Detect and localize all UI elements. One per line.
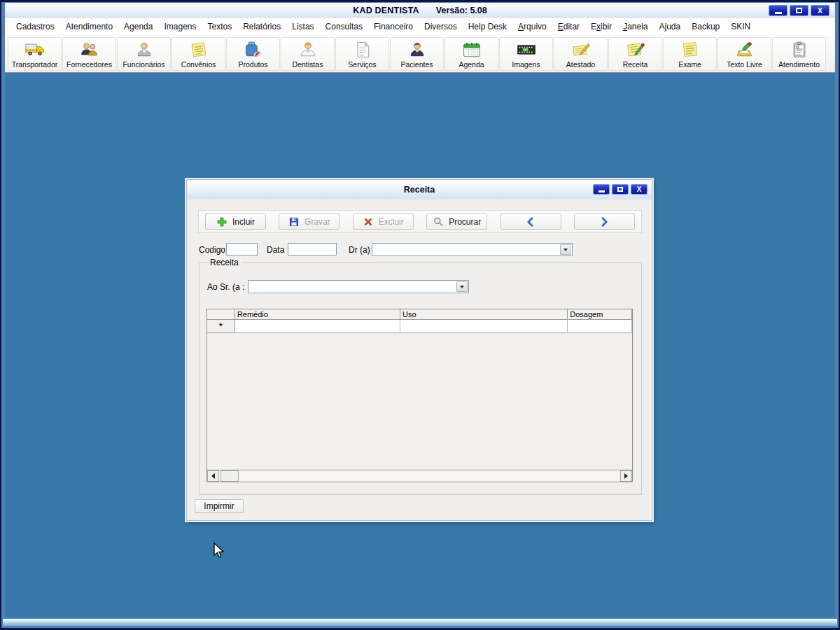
toolbar-button-produtos[interactable]: Produtos [226, 37, 280, 71]
grid-row: * [207, 320, 632, 333]
toolbar-button-label: Atestado [566, 60, 595, 69]
toolbar-button-label: Imagens [512, 60, 540, 69]
grid-cell-dosagem[interactable] [568, 320, 632, 333]
dialog-maximize-button[interactable] [612, 184, 629, 195]
client-area: Receita X IncluirGravarExcluirProcurar C… [5, 73, 835, 617]
frame-bottom-band [3, 619, 837, 626]
patient-icon [407, 40, 427, 60]
next-button[interactable] [574, 214, 635, 230]
main-titlebar[interactable]: KAD DENTISTA Versão: 5.08 X [5, 3, 835, 18]
procurar-button[interactable]: Procurar [426, 214, 487, 230]
grid-column-header-dosagem[interactable]: Dosagem [568, 309, 632, 320]
menu-item-agenda[interactable]: Agenda [122, 20, 155, 33]
menu-item-financeiro[interactable]: Financeiro [372, 20, 415, 33]
calendar-icon [462, 40, 482, 60]
grid-horizontal-scrollbar[interactable] [207, 470, 632, 482]
gravar-button[interactable]: Gravar [279, 214, 340, 230]
app-title: KAD DENTISTA [353, 6, 419, 15]
toolbar-button-label: Atendimento [778, 60, 820, 69]
ao-sr-dropdown-button[interactable] [456, 281, 468, 292]
app-version: Versão: 5.08 [436, 6, 487, 15]
toolbar-button-label: Dentistas [293, 60, 323, 69]
dialog-window-controls: X [593, 184, 648, 195]
chevron-down-icon [460, 286, 464, 288]
maximize-icon [796, 8, 802, 13]
dr-dropdown-button[interactable] [560, 244, 571, 255]
search-icon [433, 216, 444, 227]
dialog-title: Receita [404, 185, 435, 195]
data-field[interactable] [288, 243, 337, 255]
toolbar-button-exame[interactable]: Exame [663, 37, 717, 71]
dialog-titlebar[interactable]: Receita X [187, 180, 652, 200]
new-record-selector[interactable]: * [207, 320, 235, 333]
dialog-close-button[interactable]: X [631, 184, 648, 195]
grid-column-header-rem-dio[interactable]: Remédio [235, 309, 400, 320]
menu-item-textos[interactable]: Textos [206, 20, 234, 33]
toolbar-button-imagens[interactable]: Imagens [499, 37, 553, 71]
menu-item-atendimento[interactable]: Atendimento [64, 20, 115, 33]
menu-item-imagens[interactable]: Imagens [162, 20, 198, 33]
toolbar-button-receita[interactable]: Receita [608, 37, 662, 71]
scroll-left-button[interactable] [207, 470, 219, 482]
menu-item-arquivo[interactable]: Arquivo [516, 20, 549, 33]
previous-button[interactable] [500, 214, 561, 230]
maximize-icon [617, 187, 623, 192]
toolbar-button-fornecedores[interactable]: Fornecedores [62, 37, 116, 71]
ao-sr-label: Ao Sr. (a : [207, 282, 244, 292]
yellow-note-icon [680, 40, 700, 60]
menu-item-ajuda[interactable]: Ajuda [657, 20, 683, 33]
grid-column-header-uso[interactable]: Uso [400, 309, 568, 320]
prescription-grid: RemédioUsoDosagem * [206, 309, 633, 482]
chevron-down-icon [564, 248, 568, 251]
grid-header-row: RemédioUsoDosagem [207, 309, 632, 320]
scrollbar-thumb[interactable] [220, 470, 239, 482]
imprimir-button[interactable]: Impirmir [195, 499, 244, 513]
menu-item-skin[interactable]: SKIN [729, 20, 752, 33]
menu-item-exibir[interactable]: Exibir [589, 20, 614, 33]
toolbar-button-atestado[interactable]: Atestado [554, 37, 608, 71]
menu-item-backup[interactable]: Backup [690, 20, 722, 33]
toolbar-button-funcionarios[interactable]: Funcionários [117, 37, 171, 71]
chevron-left-icon [525, 216, 536, 228]
menu-item-editar[interactable]: Editar [556, 20, 582, 33]
toolbar-button-agenda[interactable]: Agenda [444, 37, 498, 71]
menu-item-diversos[interactable]: Diversos [422, 20, 459, 33]
close-button[interactable]: X [811, 5, 830, 16]
receita-groupbox: Receita Ao Sr. (a : RemédioUsoDosagem * [199, 262, 642, 495]
toolbar-button-convenios[interactable]: Convênios [172, 37, 225, 71]
menu-item-janela[interactable]: Janela [621, 20, 650, 33]
receita-dialog: Receita X IncluirGravarExcluirProcurar C… [186, 179, 652, 521]
dialog-body: IncluirGravarExcluirProcurar Codigo Data… [187, 200, 652, 520]
delete-x-icon [363, 216, 374, 227]
toolbar-button-label: Funcionários [122, 60, 164, 69]
dialog-minimize-button[interactable] [593, 184, 610, 195]
toolbar-button-texto-livre[interactable]: Texto Livre [718, 37, 771, 71]
toolbar-button-label: Pacientes [400, 60, 433, 69]
menu-item-consultas[interactable]: Consultas [323, 20, 365, 33]
main-window: KAD DENTISTA Versão: 5.08 X CadastrosAte… [5, 3, 835, 617]
menu-item-relat-rios[interactable]: Relatórios [241, 20, 283, 33]
menu-item-help-desk[interactable]: Help Desk [466, 20, 509, 33]
incluir-button[interactable]: Incluir [205, 214, 266, 230]
main-toolbar: TransportadorFornecedoresFuncionáriosCon… [5, 35, 835, 73]
clipboard-icon [790, 40, 809, 60]
maximize-button[interactable] [790, 5, 808, 16]
grid-cell-rem-dio[interactable] [235, 320, 400, 333]
toolbar-button-transportador[interactable]: Transportador [8, 37, 62, 71]
codigo-field[interactable] [226, 243, 258, 255]
excluir-button[interactable]: Excluir [353, 214, 414, 230]
grid-cell-uso[interactable] [400, 320, 568, 333]
toolbar-button-pacientes[interactable]: Pacientes [390, 37, 444, 71]
arrow-left-icon [211, 473, 215, 479]
toolbar-button-dentistas[interactable]: Dentistas [281, 37, 335, 71]
scroll-right-button[interactable] [620, 470, 632, 482]
ao-sr-combobox[interactable] [248, 280, 469, 293]
minimize-button[interactable] [769, 5, 788, 16]
menu-item-listas[interactable]: Listas [290, 20, 316, 33]
dr-combobox[interactable] [372, 243, 573, 256]
truck-icon [25, 40, 45, 60]
toolbar-button-atendimento[interactable]: Atendimento [772, 37, 826, 71]
data-label: Data [267, 245, 284, 255]
toolbar-button-servicos[interactable]: Serviços [335, 37, 389, 71]
menu-item-cadastros[interactable]: Cadastros [14, 20, 57, 33]
